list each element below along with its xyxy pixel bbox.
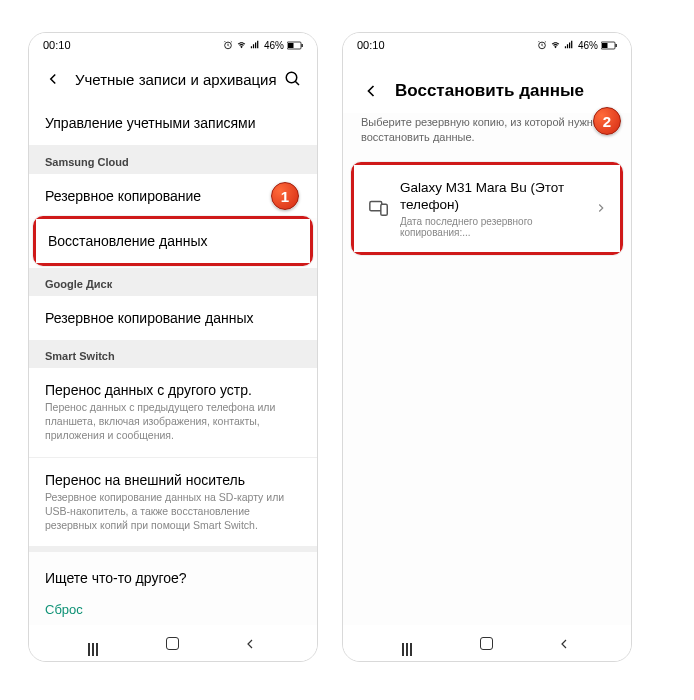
nav-home[interactable] <box>166 637 179 650</box>
status-right: 46% <box>537 40 617 51</box>
row-transfer-sub: Перенос данных с предыдущего телефона ил… <box>45 400 301 443</box>
row-google-backup[interactable]: Резервное копирование данных <box>29 296 317 340</box>
link-reset[interactable]: Сброс <box>29 596 317 623</box>
search-icon <box>284 70 302 88</box>
phone-left: 00:10 46% Учетные записи и архивация Упр… <box>28 32 318 662</box>
nav-recents[interactable] <box>402 643 418 645</box>
header-subtitle: Выберите резервную копию, из которой нуж… <box>343 113 631 158</box>
search-other-label: Ищете что-то другое? <box>29 552 317 596</box>
nav-home[interactable] <box>480 637 493 650</box>
signal-icon <box>250 40 260 50</box>
battery-text: 46% <box>578 40 598 51</box>
svg-rect-10 <box>370 202 382 211</box>
battery-text: 46% <box>264 40 284 51</box>
nav-back-icon <box>242 636 258 652</box>
section-samsung-cloud: Samsung Cloud <box>29 146 317 174</box>
nav-back-icon <box>556 636 572 652</box>
battery-icon <box>601 41 617 50</box>
chevron-left-icon <box>44 70 62 88</box>
chevron-right-icon <box>594 201 608 215</box>
svg-rect-3 <box>288 43 294 48</box>
header-title: Восстановить данные <box>395 81 584 101</box>
row-external-title: Перенос на внешний носитель <box>45 472 301 488</box>
header-title: Учетные записи и архивация <box>75 71 277 88</box>
row-transfer-title: Перенос данных с другого устр. <box>45 382 301 398</box>
wifi-icon <box>550 40 561 50</box>
nav-bar <box>343 625 631 661</box>
nav-bar <box>29 625 317 661</box>
svg-rect-2 <box>302 44 303 47</box>
status-bar: 00:10 46% <box>29 33 317 57</box>
nav-back[interactable] <box>242 636 258 652</box>
section-smart-switch: Smart Switch <box>29 340 317 368</box>
device-row[interactable]: Galaxy M31 Mara Bu (Этот телефон) Дата п… <box>354 165 620 252</box>
section-google-drive: Google Диск <box>29 268 317 296</box>
content-left: Управление учетными записями Samsung Clo… <box>29 101 317 625</box>
svg-rect-8 <box>616 44 617 47</box>
search-button[interactable] <box>279 65 307 93</box>
nav-back[interactable] <box>556 636 572 652</box>
phone-right: 00:10 46% Восстановить данные Выберите р… <box>342 32 632 662</box>
devices-icon <box>368 197 390 219</box>
back-button[interactable] <box>357 77 385 105</box>
device-sub: Дата последнего резервного копирования:.… <box>400 216 584 238</box>
svg-rect-9 <box>602 43 608 48</box>
content-right: Galaxy M31 Mara Bu (Этот телефон) Дата п… <box>343 158 631 625</box>
status-right: 46% <box>223 40 303 51</box>
status-time: 00:10 <box>43 39 71 51</box>
annotation-badge-1: 1 <box>271 182 299 210</box>
annotation-badge-2: 2 <box>593 107 621 135</box>
row-external-sub: Резервное копирование данных на SD-карту… <box>45 490 301 533</box>
alarm-icon <box>223 40 233 50</box>
status-bar: 00:10 46% <box>343 33 631 57</box>
back-button[interactable] <box>39 65 67 93</box>
wifi-icon <box>236 40 247 50</box>
alarm-icon <box>537 40 547 50</box>
row-transfer[interactable]: Перенос данных с другого устр. Перенос д… <box>29 368 317 458</box>
chevron-left-icon <box>361 81 381 101</box>
row-external[interactable]: Перенос на внешний носитель Резервное ко… <box>29 458 317 547</box>
row-manage-accounts[interactable]: Управление учетными записями <box>29 101 317 146</box>
device-title: Galaxy M31 Mara Bu (Этот телефон) <box>400 179 584 214</box>
nav-recents[interactable] <box>88 643 104 645</box>
highlight-restore: Восстановление данных <box>33 216 313 266</box>
status-time: 00:10 <box>357 39 385 51</box>
battery-icon <box>287 41 303 50</box>
row-restore-data[interactable]: Восстановление данных <box>36 219 310 263</box>
svg-rect-11 <box>381 205 387 216</box>
svg-point-4 <box>286 72 297 83</box>
highlight-device: Galaxy M31 Mara Bu (Этот телефон) Дата п… <box>351 162 623 255</box>
signal-icon <box>564 40 574 50</box>
header: Восстановить данные <box>343 57 631 113</box>
header: Учетные записи и архивация <box>29 57 317 101</box>
svg-line-5 <box>295 81 299 85</box>
